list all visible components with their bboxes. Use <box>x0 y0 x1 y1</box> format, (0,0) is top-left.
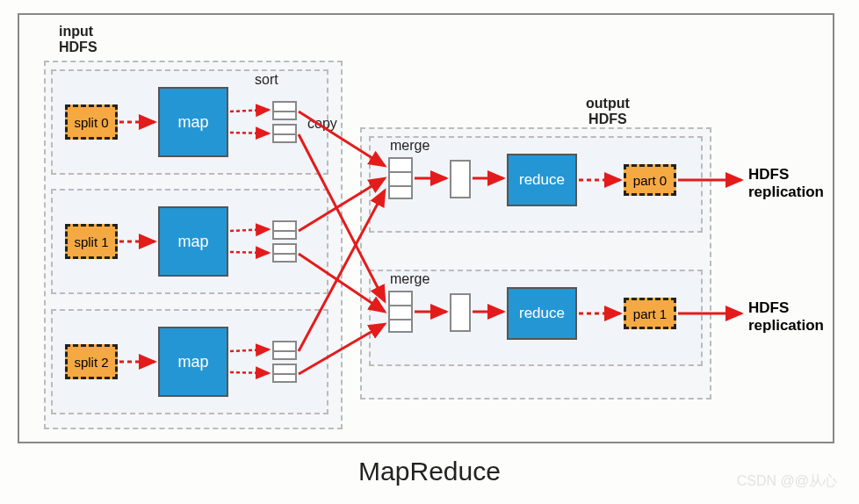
caption: MapReduce <box>0 457 859 486</box>
sort-label: sort <box>255 72 278 88</box>
split-2: split 2 <box>65 344 118 379</box>
hdfs-replication-0: HDFS replication <box>748 166 824 200</box>
sort-2a <box>272 341 297 360</box>
part-0: part 0 <box>624 164 676 196</box>
map-0: map <box>158 87 228 157</box>
merge-buf-1 <box>450 293 471 332</box>
watermark: CSDN @@从心 <box>737 472 837 491</box>
map-2: map <box>158 327 228 397</box>
output-hdfs-label: output HDFS <box>586 96 630 126</box>
sort-0b <box>272 124 297 143</box>
hdfs-replication-1: HDFS replication <box>748 299 824 334</box>
input-hdfs-label: input HDFS <box>59 24 97 54</box>
sort-2b <box>272 364 297 383</box>
sort-0a <box>272 101 297 120</box>
sort-1b <box>272 243 297 263</box>
part-1: part 1 <box>624 298 676 329</box>
map-1: map <box>158 206 228 277</box>
diagram-frame: input HDFS split 0 split 1 split 2 map m… <box>18 13 834 443</box>
split-0: split 0 <box>65 104 118 140</box>
merge-label-1: merge <box>390 271 430 287</box>
merge-stack-1 <box>388 291 413 333</box>
reduce-1: reduce <box>507 287 577 340</box>
merge-stack-0 <box>388 157 413 199</box>
sort-1a <box>272 220 297 240</box>
reduce-0: reduce <box>507 154 577 206</box>
merge-label-0: merge <box>390 138 430 154</box>
split-1: split 1 <box>65 224 118 259</box>
merge-buf-0 <box>450 160 471 198</box>
copy-label: copy <box>307 116 337 132</box>
